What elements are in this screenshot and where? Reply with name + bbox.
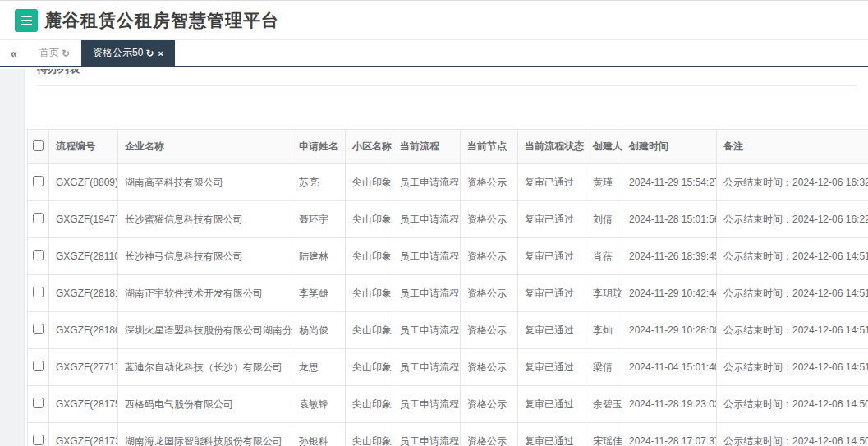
cell-applicant: 杨尚俊 xyxy=(292,312,346,349)
refresh-icon[interactable]: ↻ xyxy=(145,48,154,59)
tab-qualification-label: 资格公示50 xyxy=(93,46,143,60)
cell-company: 蓝迪尔自动化科技（长沙）有限公司 xyxy=(118,349,292,386)
top-header: 麓谷租赁公租房智慧管理平台 xyxy=(0,1,868,40)
cell-creator: 余碧玉 xyxy=(586,386,622,423)
cell-applicant: 孙银科 xyxy=(292,423,346,446)
cell-applicant: 苏亮 xyxy=(292,164,346,201)
cell-current-node: 资格公示 xyxy=(461,423,518,446)
cell-remark: 公示结束时间：2024-12-06 14:51:09 xyxy=(717,312,868,349)
row-checkbox[interactable] xyxy=(33,287,44,297)
cell-current-flow: 员工申请流程 xyxy=(393,275,461,312)
table-row[interactable]: GXGZF(28175) 西格码电气股份有限公司 袁敏锋 尖山印象 员工申请流程… xyxy=(28,386,868,423)
refresh-icon[interactable]: ↻ xyxy=(62,48,70,59)
cell-process-id: GXGZF(28180) xyxy=(49,312,118,349)
row-checkbox[interactable] xyxy=(33,213,44,223)
cell-community: 尖山印象 xyxy=(346,164,393,201)
col-header-remark: 备注 xyxy=(717,130,868,164)
table-row[interactable]: GXGZF(19477) 长沙蜜獾信息科技有限公司 聂环宇 尖山印象 员工申请流… xyxy=(28,201,868,238)
cell-remark: 公示结束时间：2024-12-06 14:51:17 xyxy=(717,275,868,312)
cell-process-id: GXGZF(28172) xyxy=(49,423,118,446)
table-row[interactable]: GXGZF(8809) 湖南高至科技有限公司 苏亮 尖山印象 员工申请流程 资格… xyxy=(28,164,868,201)
cell-current-flow: 员工申请流程 xyxy=(393,164,461,201)
table-row[interactable]: GXGZF(28180) 深圳火星语盟科技股份有限公司湖南分公司 杨尚俊 尖山印… xyxy=(28,312,868,349)
select-all-checkbox[interactable] xyxy=(33,140,44,151)
cell-creator: 肖蓓 xyxy=(586,238,622,275)
col-header-flow-status: 当前流程状态 xyxy=(518,130,586,164)
cell-remark: 公示结束时间：2024-12-06 14:50:37 xyxy=(717,423,868,446)
table-row[interactable]: GXGZF(28181) 湖南正宇软件技术开发有限公司 李笑雄 尖山印象 员工申… xyxy=(28,275,868,312)
cell-current-flow: 员工申请流程 xyxy=(393,201,461,238)
cell-current-flow: 员工申请流程 xyxy=(393,312,461,349)
col-header-community: 小区名称 xyxy=(346,130,393,164)
cell-flow-status: 复审已通过 xyxy=(518,275,586,312)
cell-remark: 公示结束时间：2024-12-06 14:51:25 xyxy=(717,238,868,275)
row-checkbox[interactable] xyxy=(33,250,44,260)
close-icon[interactable]: × xyxy=(158,48,163,58)
cell-current-node: 资格公示 xyxy=(461,349,518,386)
cell-creator: 宋瑶佳 xyxy=(586,423,622,446)
collapse-tabs-icon[interactable]: « xyxy=(0,40,28,66)
cell-applicant: 聂环宇 xyxy=(292,201,346,238)
cell-creator: 梁倩 xyxy=(586,349,622,386)
cell-created-time: 2024-11-04 15:01:40 xyxy=(622,349,717,386)
cell-created-time: 2024-11-28 19:23:02 xyxy=(622,386,717,423)
row-select-cell xyxy=(28,312,49,349)
panel-heading-todo-list: 待办列表 xyxy=(37,69,80,76)
cell-flow-status: 复审已通过 xyxy=(518,201,586,238)
cell-community: 尖山印象 xyxy=(346,349,393,386)
cell-current-node: 资格公示 xyxy=(461,275,518,312)
page-title: 麓谷租赁公租房智慧管理平台 xyxy=(44,9,279,32)
table-row[interactable]: GXGZF(28110) 长沙神弓信息科技有限公司 陆建林 尖山印象 员工申请流… xyxy=(28,238,868,275)
cell-community: 尖山印象 xyxy=(346,201,393,238)
row-checkbox[interactable] xyxy=(33,324,44,334)
cell-process-id: GXGZF(19477) xyxy=(49,201,118,238)
row-checkbox[interactable] xyxy=(33,435,44,445)
row-select-cell xyxy=(28,201,49,238)
tab-qualification-publicity[interactable]: 资格公示50↻× xyxy=(81,40,175,66)
col-header-creator: 创建人 xyxy=(586,130,622,164)
cell-flow-status: 复审已通过 xyxy=(518,238,586,275)
row-select-cell xyxy=(28,275,49,312)
row-select-cell xyxy=(28,386,49,423)
cell-process-id: GXGZF(28175) xyxy=(49,386,118,423)
cell-flow-status: 复审已通过 xyxy=(518,312,586,349)
cell-applicant: 袁敏锋 xyxy=(292,386,346,423)
col-header-current-flow: 当前流程 xyxy=(393,130,461,164)
cell-creator: 黄瑾 xyxy=(586,164,622,201)
col-header-applicant: 申请姓名 xyxy=(292,130,346,164)
cell-flow-status: 复审已通过 xyxy=(518,423,586,446)
cell-remark: 公示结束时间：2024-12-06 16:32:51 xyxy=(717,164,868,201)
cell-flow-status: 复审已通过 xyxy=(518,349,586,386)
cell-process-id: GXGZF(28181) xyxy=(49,275,118,312)
cell-current-flow: 员工申请流程 xyxy=(393,349,461,386)
cell-company: 湖南海龙国际智能科技股份有限公司 xyxy=(118,423,292,446)
row-checkbox[interactable] xyxy=(33,361,44,371)
col-header-company: 企业名称 xyxy=(118,130,292,164)
cell-created-time: 2024-11-29 10:28:08 xyxy=(622,312,717,349)
table-row[interactable]: GXGZF(27717) 蓝迪尔自动化科技（长沙）有限公司 龙思 尖山印象 员工… xyxy=(28,349,868,386)
table-header-row: 流程编号 企业名称 申请姓名 小区名称 当前流程 当前节点 当前流程状态 创建人… xyxy=(28,130,868,164)
tab-bar: « 首页↻ 资格公示50↻× xyxy=(0,40,868,67)
cell-creator: 刘倩 xyxy=(586,201,622,238)
collapsed-sidebar xyxy=(0,69,25,446)
select-all-cell xyxy=(28,130,49,164)
row-checkbox[interactable] xyxy=(33,398,44,408)
cell-current-node: 资格公示 xyxy=(461,386,518,423)
cell-current-node: 资格公示 xyxy=(461,164,518,201)
row-select-cell xyxy=(28,238,49,275)
cell-flow-status: 复审已通过 xyxy=(518,164,586,201)
cell-community: 尖山印象 xyxy=(346,312,393,349)
hamburger-menu-icon[interactable] xyxy=(15,9,38,32)
main-content: 待办列表 流程编号 企业名称 申请姓名 小区名称 当前流程 当前节点 当前流程状… xyxy=(25,69,868,446)
col-header-created-time: 创建时间 xyxy=(622,130,717,164)
tab-home-label: 首页 xyxy=(39,46,59,60)
cell-current-node: 资格公示 xyxy=(461,238,518,275)
cell-remark: 公示结束时间：2024-12-06 16:22:35 xyxy=(717,201,868,238)
tab-home[interactable]: 首页↻ xyxy=(28,40,81,66)
table-row[interactable]: GXGZF(28172) 湖南海龙国际智能科技股份有限公司 孙银科 尖山印象 员… xyxy=(28,423,868,446)
todo-table: 流程编号 企业名称 申请姓名 小区名称 当前流程 当前节点 当前流程状态 创建人… xyxy=(27,129,868,446)
cell-creator: 李玥玟 xyxy=(586,275,622,312)
cell-applicant: 陆建林 xyxy=(292,238,346,275)
cell-current-flow: 员工申请流程 xyxy=(393,238,461,275)
row-checkbox[interactable] xyxy=(33,176,44,186)
